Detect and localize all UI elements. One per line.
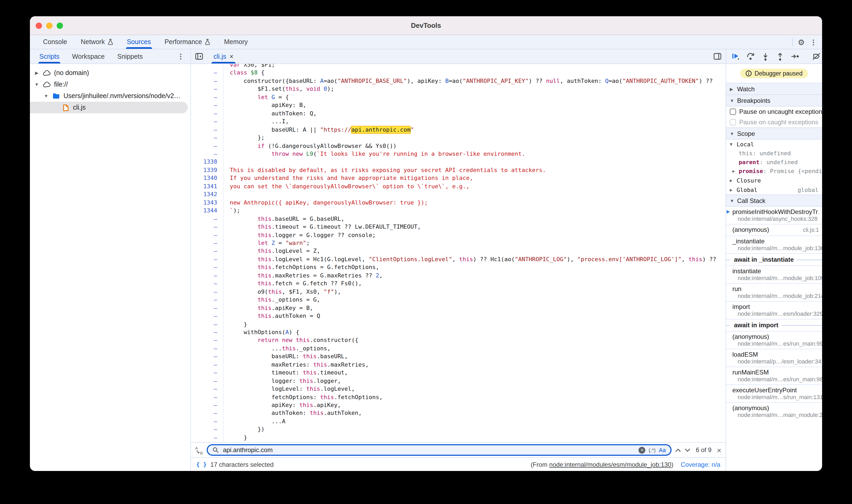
code-line[interactable]: 1344`); <box>191 206 726 215</box>
line-gutter[interactable]: – <box>191 85 224 93</box>
line-gutter[interactable]: – <box>191 353 224 361</box>
line-gutter[interactable]: – <box>191 426 224 434</box>
code-line[interactable]: – fetchOptions: this.fetchOptions, <box>191 393 726 401</box>
code-line[interactable]: – this.logLevel = Hc1(G.logLevel, "Clien… <box>191 255 726 264</box>
code-line[interactable]: – this.logLevel = Z, <box>191 247 726 255</box>
code-line[interactable]: – authToken: Q, <box>191 109 726 118</box>
search-input[interactable] <box>222 446 636 454</box>
call-stack-frame[interactable]: executeUserEntryPointnode:internal/m…s/r… <box>726 384 822 402</box>
line-gutter[interactable]: – <box>191 409 224 417</box>
code-line[interactable]: – throw new L9(`It looks like you're run… <box>191 150 726 158</box>
resume-button[interactable] <box>731 52 740 60</box>
line-gutter[interactable]: – <box>191 288 224 296</box>
code-line[interactable]: – this.authToken = Q <box>191 312 726 320</box>
clear-search-icon[interactable]: × <box>639 447 645 453</box>
code-line[interactable]: – logger: this.logger, <box>191 377 726 385</box>
breakpoint-option[interactable]: Pause on uncaught exceptions <box>726 106 822 117</box>
code-line[interactable]: – constructor({baseURL: A=ao("ANTHROPIC_… <box>191 77 726 85</box>
line-gutter[interactable]: – <box>191 126 224 134</box>
code-line[interactable]: – this.timeout = G.timeout ?? Lw.DEFAULT… <box>191 223 726 231</box>
line-gutter[interactable]: – <box>191 102 224 110</box>
line-gutter[interactable]: – <box>191 312 224 320</box>
scope-group-closure[interactable]: ▶Closure <box>726 176 822 185</box>
tab-console[interactable]: Console <box>36 35 74 49</box>
regex-toggle-icon[interactable]: (.*) <box>649 447 656 453</box>
checkbox[interactable] <box>730 119 736 125</box>
line-gutter[interactable]: – <box>191 320 224 328</box>
line-gutter[interactable]: – <box>191 417 224 426</box>
scope-variable[interactable]: parent: undefined <box>726 158 822 167</box>
code-line[interactable]: – }; <box>191 134 726 142</box>
line-gutter[interactable]: – <box>191 247 224 255</box>
line-gutter[interactable]: 1342 <box>191 191 224 199</box>
code-line[interactable]: 1338 <box>191 158 726 166</box>
code-line[interactable]: – return new this.constructor({ <box>191 337 726 345</box>
close-find-bar-icon[interactable]: × <box>717 446 721 454</box>
tree-item-cli-js[interactable]: cli.js <box>30 102 188 113</box>
call-stack-frame[interactable]: runMainESMnode:internal/m…es/run_main:98 <box>726 366 822 384</box>
code-line[interactable]: 1342 <box>191 191 726 199</box>
tree-item--no-domain-[interactable]: ▶(no domain) <box>30 67 191 79</box>
tree-item-file-[interactable]: ▼file:// <box>30 79 191 90</box>
code-line[interactable]: – this.maxRetries = G.maxRetries ?? 2, <box>191 272 726 280</box>
step-out-button[interactable] <box>776 52 784 60</box>
code-line[interactable]: – this.fetchOptions = G.fetchOptions, <box>191 264 726 272</box>
line-gutter[interactable]: – <box>191 304 224 312</box>
call-stack-frame[interactable]: loadESMnode:internal/p…/esm_loader:34 <box>726 349 822 366</box>
code-line[interactable]: – apiKey: B, <box>191 102 726 110</box>
call-stack-frame[interactable]: (anonymous)node:internal/m…main_module:2 <box>726 402 822 420</box>
next-match-button[interactable] <box>685 448 690 452</box>
hide-navigator-icon[interactable] <box>195 53 203 60</box>
line-gutter[interactable]: – <box>191 93 224 102</box>
code-line[interactable]: – } <box>191 320 726 328</box>
line-gutter[interactable]: – <box>191 69 224 77</box>
code-line[interactable]: – ...I, <box>191 118 726 126</box>
code-line[interactable]: – this.fetch = G.fetch ?? Fs0(), <box>191 280 726 288</box>
call-stack-frame[interactable]: (anonymous)cli.js:1 <box>726 224 822 235</box>
call-stack-frame[interactable]: runnode:internal/m…module_job:214 <box>726 283 822 301</box>
line-gutter[interactable]: – <box>191 231 224 239</box>
line-gutter[interactable]: – <box>191 215 224 223</box>
code-line[interactable]: – timeout: this.timeout, <box>191 369 726 377</box>
code-line[interactable]: – ...A <box>191 417 726 426</box>
line-gutter[interactable]: – <box>191 345 224 353</box>
line-gutter[interactable]: – <box>191 255 224 264</box>
breakpoint-option[interactable]: Pause on caught exceptions <box>726 117 822 127</box>
line-gutter[interactable]: 1341 <box>191 182 224 191</box>
line-gutter[interactable]: – <box>191 328 224 337</box>
code-line[interactable]: 1340If you understand the risks and have… <box>191 174 726 182</box>
step-into-button[interactable] <box>761 52 770 60</box>
line-gutter[interactable]: – <box>191 77 224 85</box>
line-gutter[interactable]: – <box>191 272 224 280</box>
code-editor[interactable]: var X50, $F1;–class $8 {– constructor({b… <box>191 64 726 442</box>
sidebar-more-options-icon[interactable]: ⋮ <box>171 49 191 64</box>
editor-tab-clijs[interactable]: cli.js × <box>208 49 239 64</box>
deactivate-breakpoints-button[interactable] <box>812 52 821 60</box>
sidebar-tab-workspace[interactable]: Workspace <box>66 49 111 64</box>
tab-sources[interactable]: Sources <box>120 35 158 49</box>
code-line[interactable]: – o9(this, $F1, Xs0, "f"), <box>191 288 726 296</box>
call-stack-frame[interactable]: importnode:internal/m…esm/loader:329 <box>726 301 822 319</box>
match-case-toggle-icon[interactable]: Aa <box>659 447 666 453</box>
close-tab-icon[interactable]: × <box>230 52 233 60</box>
code-line[interactable]: – withOptions(A) { <box>191 328 726 337</box>
code-line[interactable]: 1339This is disabled by default, as it r… <box>191 166 726 174</box>
from-source-link[interactable]: node:internal/modules/esm/module_job:130 <box>549 461 672 468</box>
line-gutter[interactable]: – <box>191 377 224 385</box>
sidebar-tab-scripts[interactable]: Scripts <box>33 49 66 64</box>
minimize-window-button[interactable] <box>46 22 52 29</box>
checkbox[interactable] <box>730 109 736 115</box>
chevron-down-icon[interactable]: ▼ <box>34 82 39 87</box>
line-gutter[interactable]: – <box>191 239 224 247</box>
line-gutter[interactable]: 1344 <box>191 206 224 215</box>
line-gutter[interactable]: – <box>191 361 224 369</box>
coverage-link[interactable]: Coverage: n/a <box>681 461 720 468</box>
code-line[interactable]: – baseURL: this.baseURL, <box>191 353 726 361</box>
code-line[interactable]: – logLevel: this.logLevel, <box>191 385 726 393</box>
replace-toggle-icon[interactable]: AB <box>195 446 203 454</box>
code-line[interactable]: – }) <box>191 426 726 434</box>
line-gutter[interactable] <box>191 64 224 69</box>
close-window-button[interactable] <box>36 22 42 29</box>
line-gutter[interactable]: – <box>191 401 224 409</box>
line-gutter[interactable]: – <box>191 385 224 393</box>
